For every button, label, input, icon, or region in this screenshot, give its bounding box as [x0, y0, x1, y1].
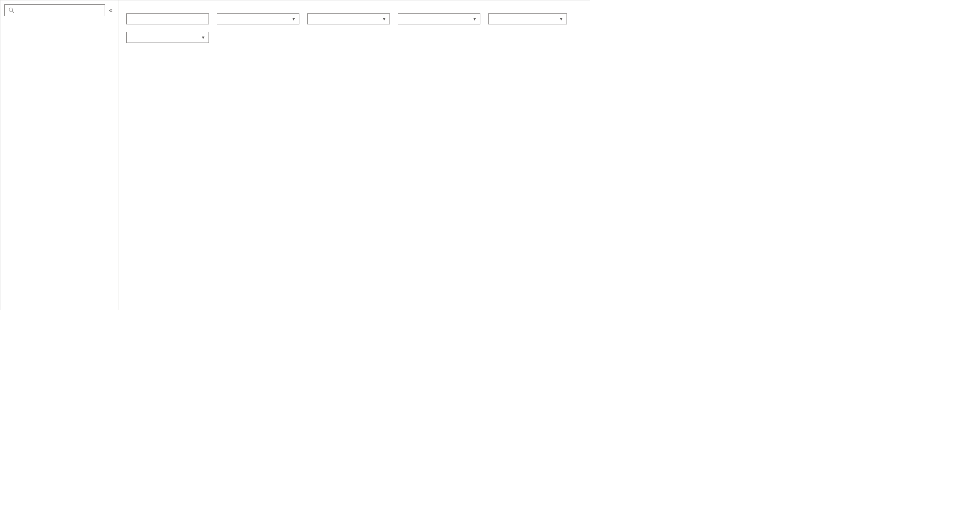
- chevron-down-icon: ▼: [559, 17, 563, 21]
- sidebar: «: [0, 0, 118, 310]
- filter-billing-profile[interactable]: ▼: [488, 13, 567, 24]
- collapse-sidebar-icon[interactable]: «: [107, 7, 114, 14]
- sidebar-search-input[interactable]: [15, 7, 102, 13]
- transactions-table-wrap[interactable]: [126, 50, 582, 310]
- chevron-down-icon: ▼: [472, 17, 477, 21]
- search-icon: [8, 7, 15, 14]
- filter-product-family[interactable]: ▼: [307, 13, 390, 24]
- filter-search-field[interactable]: [130, 16, 205, 22]
- main-content: ▼ ▼ ▼ ▼: [118, 0, 590, 310]
- filter-transaction-type[interactable]: ▼: [217, 13, 299, 24]
- filter-search-input[interactable]: [126, 13, 209, 24]
- chevron-down-icon: ▼: [292, 17, 296, 21]
- chevron-down-icon: ▼: [201, 35, 205, 40]
- svg-point-0: [9, 8, 13, 11]
- filter-invoice-section[interactable]: ▼: [398, 13, 480, 24]
- filter-timespan[interactable]: ▼: [126, 32, 209, 43]
- sidebar-search[interactable]: [4, 4, 105, 16]
- svg-line-1: [12, 11, 14, 13]
- chevron-down-icon: ▼: [382, 17, 386, 21]
- filter-bar: ▼ ▼ ▼ ▼: [126, 12, 582, 43]
